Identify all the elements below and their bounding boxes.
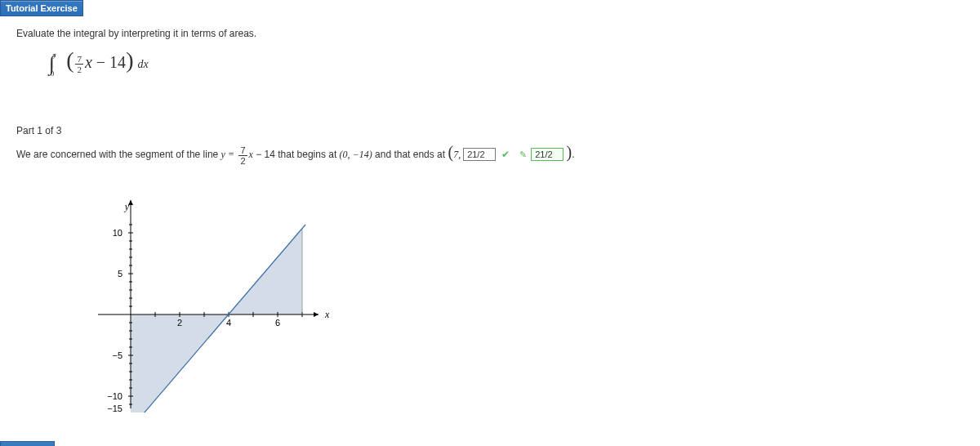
svg-text:5: 5 (118, 269, 122, 279)
answer-input-1[interactable]: 21/2 (463, 148, 496, 161)
part-1-title: Part 1 of 3 (16, 125, 964, 136)
svg-text:−10: −10 (107, 391, 122, 401)
svg-marker-4 (314, 312, 318, 317)
svg-text:−5: −5 (112, 350, 122, 360)
svg-text:6: 6 (275, 318, 280, 328)
pencil-icon: ✎ (519, 149, 527, 159)
answer-input-2[interactable]: 21/2 (531, 148, 564, 161)
svg-text:10: 10 (113, 228, 122, 238)
checkmark-icon: ✔ (501, 149, 510, 160)
graph: 2 4 6 x (82, 176, 964, 415)
svg-text:−15: −15 (107, 404, 122, 413)
tutorial-exercise-header: Tutorial Exercise (0, 0, 83, 16)
part-1-sentence: We are concerned with the segment of the… (16, 143, 964, 165)
integral-expression: ∫70 (72x − 14) dx (49, 47, 964, 76)
exercise-prompt: Evaluate the integral by interpreting it… (16, 28, 964, 39)
svg-text:4: 4 (226, 318, 231, 328)
svg-marker-0 (131, 314, 229, 413)
svg-text:y: y (124, 201, 130, 212)
exercise-content: Evaluate the integral by interpreting it… (0, 16, 980, 89)
svg-text:2: 2 (177, 318, 182, 328)
svg-text:x: x (324, 309, 330, 320)
part-2-banner: Part 2 of 3 (0, 441, 55, 446)
